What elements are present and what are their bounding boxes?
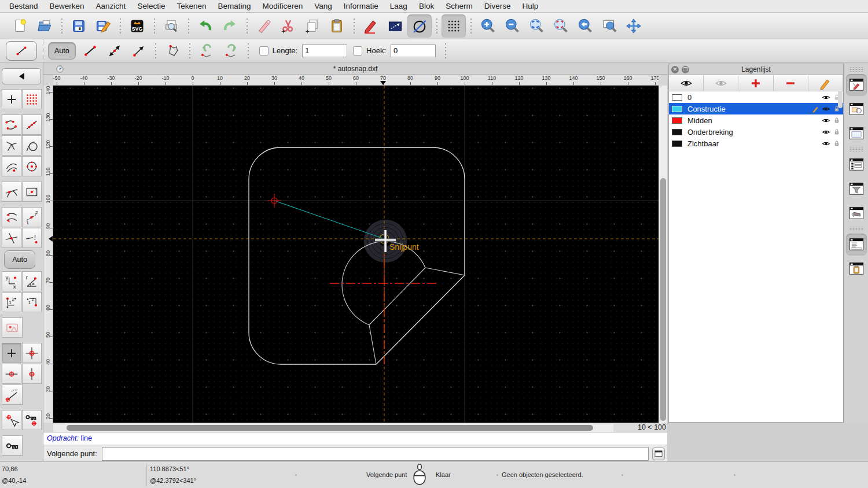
open-file-button[interactable]	[32, 14, 57, 38]
snap-distance-points-button[interactable]: 12	[22, 207, 42, 227]
draft-mode-button[interactable]	[407, 14, 432, 38]
save-button[interactable]	[67, 14, 91, 38]
layer-row-constructie[interactable]: Constructie	[669, 103, 843, 114]
undo-segment-button[interactable]	[195, 40, 219, 61]
float-panel-button[interactable]: ❐	[682, 66, 689, 73]
zoom-out-button[interactable]	[500, 14, 524, 38]
pen-settings-button[interactable]	[359, 14, 383, 38]
vertical-scrollbar-thumb[interactable]	[660, 178, 666, 421]
redo-segment-button[interactable]	[219, 40, 244, 61]
set-relative-zero-button[interactable]	[2, 410, 21, 430]
drawing-canvas[interactable]: Snijpunt	[53, 86, 659, 423]
lock-zero-button[interactable]	[2, 435, 23, 456]
menu-laag[interactable]: Laag	[384, 0, 413, 13]
snap-grid-button[interactable]	[22, 89, 42, 109]
corner-point-order-b-button[interactable]: 12	[22, 292, 42, 312]
dimension-settings-button[interactable]	[383, 14, 407, 38]
snap-on-entity-button[interactable]	[22, 114, 42, 135]
polyline-button[interactable]	[161, 40, 185, 61]
copy-button[interactable]	[300, 14, 325, 38]
grid-toggle-button[interactable]	[442, 14, 466, 38]
layer-visibility-icon[interactable]	[822, 139, 830, 148]
angle-checkbox[interactable]	[353, 46, 362, 56]
print-preview-button[interactable]	[159, 14, 183, 38]
zoom-previous-button[interactable]	[573, 14, 597, 38]
auto-line-mode-button[interactable]: Auto	[48, 42, 76, 60]
length-checkbox[interactable]	[259, 46, 269, 56]
zoom-auto-button[interactable]	[524, 14, 549, 38]
snap-intersection-manual-button[interactable]: !	[22, 228, 42, 248]
layer-locked-icon[interactable]	[833, 139, 841, 147]
menu-bestand[interactable]: Bestand	[3, 0, 44, 13]
menu-bemating[interactable]: Bemating	[212, 0, 256, 13]
length-input[interactable]	[302, 45, 347, 57]
edit-layer-button[interactable]	[808, 75, 843, 91]
menu-informatie[interactable]: Informatie	[338, 0, 384, 13]
menu-diverse[interactable]: Diverse	[479, 0, 517, 13]
angle-input[interactable]	[391, 45, 436, 57]
snap-intersection-arc-button[interactable]	[2, 182, 21, 202]
zoom-window-button[interactable]	[597, 14, 621, 38]
snap-auto-button[interactable]: Auto	[4, 250, 35, 269]
layer-visibility-icon[interactable]	[822, 93, 830, 102]
restrict-image-button[interactable]	[2, 317, 23, 338]
lock-relative-zero-button[interactable]	[22, 410, 42, 430]
coordinate-cartesian-button[interactable]: yx	[2, 271, 21, 291]
layer-visibility-icon[interactable]	[822, 105, 830, 113]
snap-free-button[interactable]: >	[2, 89, 21, 109]
line-tool-button[interactable]	[6, 41, 37, 61]
layer-row-onderbreking[interactable]: Onderbreking	[669, 126, 843, 138]
snap-middle-button[interactable]	[22, 182, 42, 202]
layer-edit-icon[interactable]	[812, 105, 819, 113]
horizontal-scrollbar-thumb[interactable]	[67, 425, 593, 431]
line-two-points-button[interactable]	[102, 40, 127, 61]
command-input[interactable]	[102, 447, 649, 461]
layer-list-scrollbar[interactable]	[838, 91, 843, 108]
menu-bewerken[interactable]: Bewerken	[44, 0, 90, 13]
menu-aanzicht[interactable]: Aanzicht	[90, 0, 132, 13]
clipboard-panel-toggle-button[interactable]	[846, 258, 867, 280]
restrict-nothing-button[interactable]	[2, 343, 21, 363]
menu-selectie[interactable]: Selectie	[131, 0, 171, 13]
snap-endpoints-button[interactable]	[2, 114, 21, 135]
menu-tekenen[interactable]: Tekenen	[171, 0, 212, 13]
menu-vang[interactable]: Vang	[308, 0, 338, 13]
selection-filter-toggle-button[interactable]	[846, 178, 867, 200]
line-angle-button[interactable]	[127, 40, 151, 61]
line-segment-button[interactable]	[78, 40, 102, 61]
horizontal-scrollbar[interactable]	[53, 423, 613, 432]
layer-row-midden[interactable]: Midden	[669, 114, 843, 126]
undo-button[interactable]	[193, 14, 218, 38]
layer-locked-icon[interactable]	[833, 128, 841, 136]
show-all-layers-button[interactable]	[669, 75, 704, 91]
block-list-toggle-button[interactable]	[846, 98, 867, 120]
snap-arc-point-button[interactable]	[2, 156, 21, 176]
vertical-scrollbar[interactable]	[659, 86, 667, 423]
restrict-vertical-button[interactable]	[22, 364, 42, 384]
snap-center-button[interactable]	[22, 156, 42, 176]
command-widget-toggle-button[interactable]	[846, 234, 867, 256]
save-as-button[interactable]	[91, 14, 115, 38]
export-svg-button[interactable]: SVG	[125, 14, 149, 38]
hide-all-layers-button[interactable]	[704, 75, 738, 91]
delete-button[interactable]	[252, 14, 276, 38]
cut-button[interactable]	[276, 14, 300, 38]
coordinate-polar-button[interactable]: ra	[22, 271, 42, 291]
paste-button[interactable]	[325, 14, 349, 38]
library-browser-toggle-button[interactable]	[846, 123, 867, 145]
layer-visibility-icon[interactable]	[822, 116, 830, 125]
redo-button[interactable]	[218, 14, 242, 38]
new-file-button[interactable]	[8, 14, 32, 38]
pen-palette-toggle-button[interactable]	[846, 202, 867, 224]
corner-point-order-a-button[interactable]: 12	[2, 292, 21, 312]
zoom-fit-button[interactable]	[549, 14, 573, 38]
layer-locked-icon[interactable]	[833, 116, 841, 124]
back-button[interactable]	[2, 68, 41, 84]
layer-visibility-icon[interactable]	[822, 128, 830, 136]
command-widget-toggle-button[interactable]	[652, 448, 665, 460]
restrict-horizontal-button[interactable]	[2, 364, 21, 384]
snap-intersection-button[interactable]	[2, 228, 21, 248]
menu-modificeren[interactable]: Modificeren	[257, 0, 309, 13]
close-panel-button[interactable]: ✕	[671, 66, 679, 73]
zoom-in-button[interactable]	[476, 14, 500, 38]
